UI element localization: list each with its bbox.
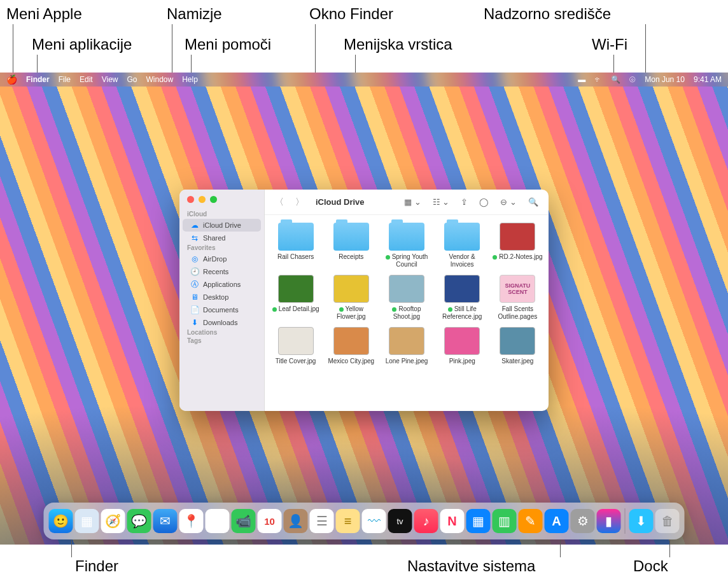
- dock-freeform[interactable]: 〰︎: [362, 509, 386, 533]
- dock-facetime[interactable]: 📹: [232, 509, 256, 533]
- action-button[interactable]: ⊖ ⌄: [498, 197, 519, 207]
- tags-button[interactable]: ◯: [477, 197, 491, 207]
- sidebar-item-downloads[interactable]: ⬇︎Downloads: [183, 316, 261, 329]
- zoom-button[interactable]: [210, 196, 217, 203]
- dock-tv[interactable]: tv: [388, 509, 412, 533]
- dock-mail[interactable]: ✉︎: [153, 509, 178, 533]
- app-menu[interactable]: Finder: [26, 75, 50, 84]
- finder-content[interactable]: Rail ChasersReceiptsSpring Youth Council…: [265, 215, 549, 411]
- file-item[interactable]: Pink.jpeg: [435, 326, 489, 366]
- finder-title: iCloud Drive: [316, 197, 365, 207]
- sidebar-item-documents[interactable]: 📄Documents: [183, 303, 261, 316]
- minimize-button[interactable]: [199, 196, 206, 203]
- control-center-icon[interactable]: ⦾: [629, 75, 636, 84]
- file-item[interactable]: Spring Youth Council: [379, 221, 433, 270]
- dock-messages[interactable]: 💬: [127, 509, 151, 533]
- menubar-date[interactable]: Mon Jun 10: [645, 75, 685, 84]
- file-item[interactable]: Rail Chasers: [269, 221, 323, 270]
- file-item[interactable]: Skater.jpeg: [491, 326, 545, 366]
- folder-icon: [444, 223, 480, 251]
- dock-maps[interactable]: 📍: [179, 509, 204, 533]
- file-item[interactable]: Yellow Flower.jpg: [324, 274, 378, 322]
- dock-news[interactable]: N: [440, 509, 465, 533]
- view-icons-button[interactable]: ▦ ⌄: [402, 197, 424, 207]
- dock-contacts[interactable]: 👤: [284, 509, 308, 533]
- dock-downloads[interactable]: ⬇︎: [629, 509, 654, 533]
- dock-system-settings[interactable]: ⚙︎: [571, 509, 595, 533]
- file-item[interactable]: Leaf Detail.jpg: [269, 274, 323, 322]
- menu-go[interactable]: Go: [127, 75, 137, 84]
- finder-window[interactable]: iCloud☁︎iCloud Drive⇆SharedFavorites◎Air…: [179, 190, 549, 411]
- desktop-icon: 🖥: [190, 293, 199, 302]
- dock-photos[interactable]: ❀: [206, 509, 230, 533]
- menu-help[interactable]: Help: [182, 75, 198, 84]
- file-item[interactable]: Receipts: [324, 221, 378, 270]
- file-item[interactable]: Vendor & Invoices: [435, 221, 489, 270]
- wifi-icon[interactable]: ᯤ: [594, 75, 602, 84]
- dock: 🙂▦🧭💬✉︎📍❀📹10👤☰≡〰︎tv♪N▦▥✎A⚙︎▮⬇︎🗑: [44, 503, 685, 539]
- dock-safari[interactable]: 🧭: [101, 509, 125, 533]
- sidebar-item-shared[interactable]: ⇆Shared: [183, 232, 261, 244]
- callout-menu-bar: Menijska vrstica: [344, 36, 452, 53]
- dock-reminders[interactable]: ☰: [310, 509, 334, 533]
- sync-status-dot: [493, 255, 497, 260]
- search-button[interactable]: 🔍: [526, 197, 541, 207]
- dock-trash[interactable]: 🗑: [655, 509, 680, 533]
- file-item[interactable]: Lone Pine.jpeg: [379, 326, 433, 366]
- menu-window[interactable]: Window: [146, 75, 174, 84]
- file-item[interactable]: Still Life Reference.jpg: [435, 274, 489, 322]
- forward-button[interactable]: 〉: [293, 197, 307, 208]
- file-label: Spring Youth Council: [381, 253, 432, 268]
- dock-notes[interactable]: ≡: [336, 509, 360, 533]
- share-button[interactable]: ⇪: [458, 197, 470, 207]
- file-item[interactable]: Mexico City.jpeg: [324, 326, 378, 366]
- dock-music[interactable]: ♪: [414, 509, 438, 533]
- callout-help-menu: Meni pomoči: [185, 36, 271, 53]
- close-button[interactable]: [187, 196, 194, 203]
- dock-launchpad[interactable]: ▦: [75, 509, 99, 533]
- sync-status-dot: [272, 307, 277, 312]
- sidebar-item-icloud-drive[interactable]: ☁︎iCloud Drive: [183, 219, 261, 232]
- apple-menu-icon[interactable]: 🍎: [6, 75, 17, 84]
- file-label: Lone Pine.jpeg: [386, 358, 428, 365]
- file-item[interactable]: Title Cover.jpg: [269, 326, 323, 366]
- menu-bar: 🍎 Finder File Edit View Go Window Help ▬…: [0, 73, 728, 87]
- callout-app-menu: Meni aplikacije: [32, 36, 132, 53]
- image-thumbnail: [444, 275, 480, 303]
- menubar-time[interactable]: 9:41 AM: [694, 75, 722, 84]
- finder-toolbar: 〈 〉 iCloud Drive ▦ ⌄ ☷ ⌄ ⇪ ◯ ⊖ ⌄ 🔍: [265, 190, 549, 215]
- download-icon: ⬇︎: [190, 318, 199, 327]
- shared-icon: ⇆: [190, 233, 199, 242]
- callout-control-center: Nadzorno središče: [484, 5, 611, 23]
- dock-keynote[interactable]: ▦: [466, 509, 491, 533]
- file-item[interactable]: RD.2-Notes.jpg: [491, 221, 545, 270]
- back-button[interactable]: 〈: [272, 197, 286, 208]
- file-label: Fall Scents Outline.pages: [492, 305, 543, 321]
- airdrop-icon: ◎: [190, 254, 199, 263]
- image-thumbnail: [389, 327, 424, 355]
- menu-file[interactable]: File: [59, 75, 71, 84]
- dock-finder[interactable]: 🙂: [49, 509, 73, 533]
- dock-pages[interactable]: ✎: [519, 509, 543, 533]
- folder-icon: [333, 223, 369, 251]
- spotlight-icon[interactable]: 🔍: [611, 75, 620, 84]
- sidebar-section-locations: Locations: [179, 329, 264, 337]
- sidebar-item-desktop[interactable]: 🖥Desktop: [183, 291, 261, 303]
- file-item[interactable]: Rooftop Shoot.jpg: [379, 274, 433, 322]
- clock-icon: 🕘: [190, 267, 199, 276]
- file-label: Pink.jpeg: [449, 358, 475, 365]
- sidebar-item-recents[interactable]: 🕘Recents: [183, 265, 261, 278]
- desktop[interactable]: 🍎 Finder File Edit View Go Window Help ▬…: [0, 73, 728, 545]
- group-button[interactable]: ☷ ⌄: [430, 197, 452, 207]
- sync-status-dot: [339, 307, 344, 312]
- menu-view[interactable]: View: [102, 75, 118, 84]
- menu-edit[interactable]: Edit: [80, 75, 93, 84]
- file-item[interactable]: SIGNATU SCENTFall Scents Outline.pages: [491, 274, 545, 322]
- sidebar-item-applications[interactable]: ⒶApplications: [183, 278, 261, 291]
- sidebar-item-airdrop[interactable]: ◎AirDrop: [183, 253, 261, 265]
- dock-iphone-mirroring[interactable]: ▮: [597, 509, 621, 533]
- battery-icon[interactable]: ▬: [578, 75, 585, 84]
- dock-calendar[interactable]: 10: [258, 509, 282, 533]
- dock-app-store[interactable]: A: [545, 509, 569, 533]
- dock-numbers[interactable]: ▥: [493, 509, 517, 533]
